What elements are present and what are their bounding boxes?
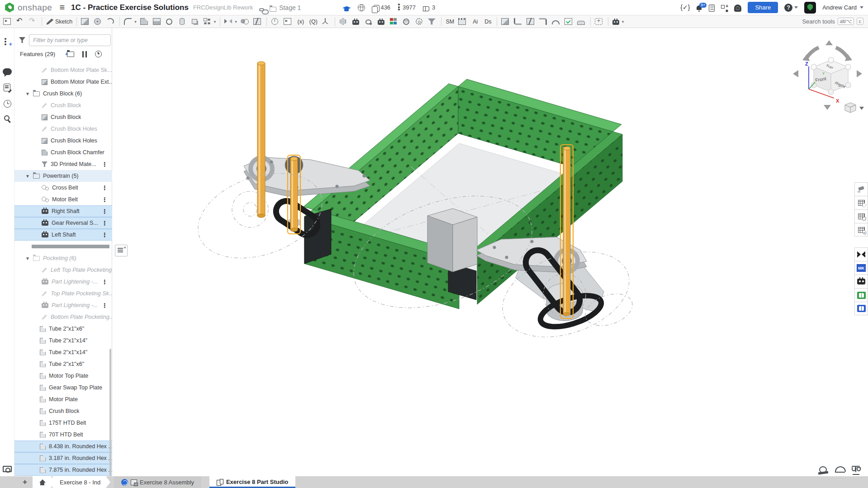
feature-item[interactable]: ▼ Motor Belt ⋮ xyxy=(14,194,112,205)
notes-icon[interactable] xyxy=(4,84,10,91)
mirror-button[interactable]: ▾ xyxy=(223,16,238,27)
cube-faces[interactable] xyxy=(811,57,851,95)
spin-ccw-icon[interactable] xyxy=(807,47,819,57)
avatar[interactable] xyxy=(804,2,816,14)
tape-measure-icon[interactable] xyxy=(818,465,829,475)
feature-item[interactable]: ▼ Pocketing (6) ⋮ xyxy=(14,252,112,264)
extrude-button[interactable]: ▾ xyxy=(80,16,91,27)
blue-library-icon[interactable] xyxy=(854,302,868,315)
tab-exercise-8-assembly[interactable]: Exercise 8 Assembly xyxy=(114,476,201,488)
corner-tool-button[interactable]: ▾ xyxy=(538,16,550,27)
helix-button[interactable]: ▾ xyxy=(270,16,281,27)
feature-item[interactable]: ▼ Left Shaft ⋮ xyxy=(14,229,112,241)
feature-item[interactable]: ▼ Crush Block Chamfer ⋮ xyxy=(14,147,112,158)
feature-item[interactable]: ▼ Left Top Plate Pocketing ⋮ xyxy=(14,264,112,276)
feature-item[interactable]: ▼ 3.187 in. Rounded Hex ... ⋮ xyxy=(14,452,112,464)
left-shaft[interactable] xyxy=(257,62,265,218)
flange-button[interactable]: ▾ xyxy=(512,16,524,27)
feature-overflow-icon[interactable]: ⋮ xyxy=(102,208,112,215)
app-store-icon[interactable] xyxy=(721,5,728,12)
feature-item[interactable]: ▼ Tube 2"x1"x6" ⋮ xyxy=(14,323,112,335)
mate-connector-button[interactable]: ▾ xyxy=(320,16,332,27)
custom-features-menu-button[interactable]: ▾ xyxy=(611,16,626,27)
feature-item[interactable]: ▼ ⋮ xyxy=(14,241,112,252)
feature-item[interactable]: ▼ 7.875 in. Rounded Hex ... ⋮ xyxy=(14,464,112,476)
rotate-right-icon[interactable] xyxy=(857,70,862,77)
sheet-metal-model-button[interactable]: ▾ xyxy=(500,16,512,27)
feature-item[interactable]: ▼ Powertrain (5) ⋮ xyxy=(14,170,112,182)
feature-item[interactable]: ▼ Top Plate Pocketing Sk... ⋮ xyxy=(14,288,112,299)
view-menu-caret-icon[interactable] xyxy=(859,107,864,110)
public-globe-icon[interactable] xyxy=(358,4,365,11)
filter-funnel-icon[interactable] xyxy=(19,37,25,43)
feature-item[interactable]: ▼ Bottom Motor Plate Sk... ⋮ xyxy=(14,64,112,76)
redo-button[interactable]: ▾ xyxy=(27,16,39,27)
hole-button[interactable]: ▾ xyxy=(177,16,189,27)
variable-table-icon[interactable]: x) xyxy=(854,223,868,237)
view-menu-cube-icon[interactable] xyxy=(845,103,856,113)
shell-button[interactable]: ▾ xyxy=(164,16,176,27)
feature-item[interactable]: ▼ Crush Block ⋮ xyxy=(14,405,112,417)
feature-overflow-icon[interactable]: ⋮ xyxy=(102,302,112,309)
rotate-up-icon[interactable] xyxy=(825,40,833,45)
document-title[interactable]: 1C - Practice Exercise Solutions xyxy=(71,3,189,12)
graphics-viewport[interactable] xyxy=(112,28,868,476)
thread-button[interactable]: ▾ xyxy=(401,16,413,27)
feature-tree-scrollbar[interactable] xyxy=(109,349,111,476)
hem-button[interactable]: ▾ xyxy=(550,16,562,27)
feature-item[interactable]: ▼ Crush Block Holes ⋮ xyxy=(14,135,112,147)
suspend-rebuild-icon[interactable] xyxy=(82,51,87,57)
feature-overflow-icon[interactable]: ⋮ xyxy=(102,232,112,238)
help-caret-icon[interactable] xyxy=(794,6,798,9)
help-icon[interactable]: ? xyxy=(784,4,792,12)
mk-app-icon[interactable]: MK xyxy=(854,261,868,275)
tab-tool-button[interactable]: ▾ xyxy=(576,16,588,27)
custom-feature-robot-button[interactable]: ▾ xyxy=(351,16,362,27)
tab-exercise-8-ind[interactable]: Exercise 8 - Ind xyxy=(52,476,110,488)
rollback-history-icon[interactable] xyxy=(95,51,102,57)
dropdown-caret-icon[interactable]: ▾ xyxy=(214,19,216,24)
likes-stat[interactable]: 3 xyxy=(423,4,435,11)
feature-item[interactable]: ▼ Motor Top Plate ⋮ xyxy=(14,370,112,382)
ai-assistant-icon[interactable] xyxy=(734,5,741,12)
rotate-left-icon[interactable] xyxy=(793,70,798,77)
activity-stat[interactable]: 3977 xyxy=(398,4,416,11)
feature-item[interactable]: ▼ Part Lightening -... ⋮ xyxy=(14,276,112,288)
robot-app-icon[interactable] xyxy=(854,275,868,288)
filter-input[interactable] xyxy=(29,34,111,46)
insert-derived-button[interactable]: ▾ xyxy=(593,16,605,27)
chamfer-button[interactable]: ▾ xyxy=(139,16,151,27)
feature-item[interactable]: ▼ Crush Block Holes ⋮ xyxy=(14,123,112,135)
filter-tool-button[interactable]: ▾ xyxy=(427,16,438,27)
sketch-button[interactable]: Sketch ▾ xyxy=(45,16,74,27)
feature-item[interactable]: ▼ 3D Printed Mate... ⋮ xyxy=(14,158,112,170)
feature-item[interactable]: ▼ Bottom Motor Plate Ext... ⋮ xyxy=(14,76,112,88)
search-tools[interactable]: Search tools alt/⌥ c xyxy=(802,18,863,25)
feature-item[interactable]: ▼ 175T HTD Belt ⋮ xyxy=(14,417,112,429)
learning-icon[interactable] xyxy=(342,6,351,12)
mass-properties-icon[interactable] xyxy=(851,465,862,475)
feature-item[interactable]: ▼ Crush Block (6) ⋮ xyxy=(14,88,112,99)
feature-item[interactable]: ▼ Right Shaft ⋮ xyxy=(14,205,112,217)
undo-button[interactable]: ▾ xyxy=(14,16,26,27)
color-pattern-button[interactable]: ▾ xyxy=(389,16,400,27)
feature-script-icon[interactable]: {✓} xyxy=(680,4,690,12)
history-icon[interactable] xyxy=(4,100,11,108)
rollback-bar[interactable] xyxy=(32,245,109,248)
feature-item[interactable]: ▼ 70T HTD Belt ⋮ xyxy=(14,429,112,441)
feature-item[interactable]: ▼ Motor Plate ⋮ xyxy=(14,393,112,405)
feature-item[interactable]: ▼ Tube 2"x1"x6" ⋮ xyxy=(14,358,112,370)
fillet-button[interactable]: ▾ xyxy=(123,16,138,27)
spin-cw-icon[interactable] xyxy=(836,47,848,57)
gear-tool-button[interactable]: ▾ xyxy=(414,16,426,27)
custom-feature-robot-2-button[interactable]: ▾ xyxy=(376,16,388,27)
folder-breadcrumb[interactable]: Stage 1 xyxy=(270,4,301,11)
dropdown-caret-icon[interactable]: ▾ xyxy=(235,19,237,24)
sweep-button[interactable]: ▾ xyxy=(105,16,117,27)
comments-icon[interactable] xyxy=(3,68,12,77)
feature-item[interactable]: ▼ Gear Reversal S... ⋮ xyxy=(14,217,112,229)
feature-item[interactable]: ▼ Part Lightening -... ⋮ xyxy=(14,299,112,311)
feature-item[interactable]: ▼ Cross Belt ⋮ xyxy=(14,182,112,194)
model-scene[interactable] xyxy=(112,28,868,476)
slate-custom-button[interactable]: ▾ xyxy=(457,16,469,27)
